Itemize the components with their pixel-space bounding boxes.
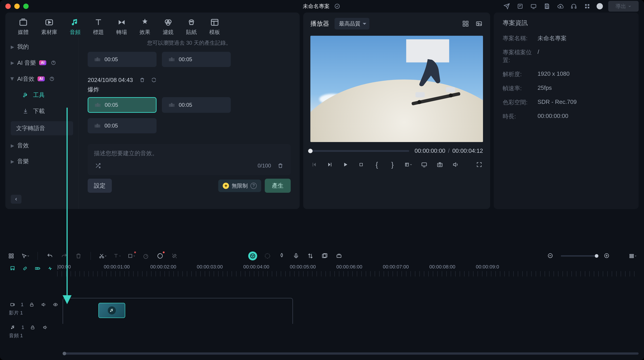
- mark-in-icon[interactable]: {: [373, 161, 380, 169]
- audio-clip-chip-selected[interactable]: ııllıı 00:05: [88, 97, 156, 113]
- audio-track-lane[interactable]: [62, 324, 639, 351]
- video-track-lane[interactable]: [62, 297, 639, 324]
- settings-button[interactable]: 設定: [88, 179, 112, 193]
- play-next-icon[interactable]: [326, 161, 334, 169]
- help-icon[interactable]: [50, 59, 58, 67]
- sidebar-item-sfx[interactable]: ▶ 音效: [5, 138, 78, 153]
- audio-clip-chip[interactable]: ııllıı 00:05: [162, 97, 231, 113]
- crop-tool-icon[interactable]: [128, 252, 136, 260]
- preview-viewport[interactable]: [310, 36, 483, 142]
- close-window-icon[interactable]: [5, 3, 11, 9]
- snapshot-icon[interactable]: [475, 20, 483, 28]
- lock-icon[interactable]: [28, 323, 37, 331]
- regenerate-icon[interactable]: [150, 76, 158, 84]
- zoom-slider[interactable]: [561, 255, 596, 257]
- send-icon[interactable]: [503, 2, 511, 10]
- auto-enhance-icon[interactable]: [264, 252, 272, 260]
- clear-prompt-icon[interactable]: [276, 162, 284, 170]
- quality-dropdown[interactable]: 最高品質: [334, 18, 370, 29]
- cut-icon[interactable]: [99, 252, 107, 260]
- speed-icon[interactable]: [142, 252, 150, 260]
- lock-icon[interactable]: [28, 301, 35, 309]
- ai-assistant-button[interactable]: [248, 251, 257, 260]
- tab-templates[interactable]: 模板: [209, 18, 220, 36]
- magnet-icon[interactable]: [8, 264, 16, 272]
- audio-clip-on-track[interactable]: [98, 303, 125, 318]
- fullscreen-icon[interactable]: [476, 161, 483, 169]
- play-icon[interactable]: [342, 161, 349, 169]
- zoom-out-icon[interactable]: [546, 252, 554, 260]
- history-icon[interactable]: [516, 2, 524, 10]
- audio-clip-chip[interactable]: ııllıı 00:05: [88, 118, 156, 133]
- tab-transitions[interactable]: 轉場: [116, 18, 127, 36]
- timeline-horizontal-scrollbar[interactable]: [62, 353, 639, 355]
- headphones-icon[interactable]: [570, 2, 578, 10]
- avatar[interactable]: [596, 3, 603, 9]
- shuffle-icon[interactable]: [94, 162, 102, 170]
- voiceover-icon[interactable]: [292, 252, 300, 260]
- zoom-in-icon[interactable]: [603, 252, 611, 260]
- marker-icon[interactable]: [278, 252, 286, 260]
- auto-ripple-icon[interactable]: [46, 264, 54, 272]
- tab-stickers[interactable]: 貼紙: [186, 18, 197, 36]
- mute-track-icon[interactable]: [40, 301, 47, 309]
- pointer-tool-icon[interactable]: [22, 252, 30, 260]
- cloud-upload-icon[interactable]: [556, 2, 564, 10]
- track-options-icon[interactable]: [629, 252, 637, 260]
- prompt-input[interactable]: 描述您想要建立的音效。: [94, 149, 284, 157]
- help-icon[interactable]: [48, 75, 56, 83]
- help-icon[interactable]: ?: [250, 183, 257, 189]
- tab-stock[interactable]: 素材庫: [41, 18, 57, 36]
- sidebar-item-ai-sfx[interactable]: ▶ AI音效 AI: [5, 71, 78, 86]
- display-icon[interactable]: [530, 2, 538, 10]
- link-icon[interactable]: [21, 264, 29, 272]
- time-ruler[interactable]: |00:00 00:00:01:00 00:00:02:00 00:00:03:…: [57, 263, 639, 277]
- prev-frame-icon[interactable]: [310, 161, 318, 169]
- text-tool-icon[interactable]: [113, 252, 121, 260]
- audio-clip-chip[interactable]: ııllıı 00:05: [162, 52, 231, 67]
- export-button[interactable]: 導出: [608, 1, 639, 12]
- crop-ratio-icon[interactable]: [404, 161, 412, 169]
- scrub-track[interactable]: [310, 150, 409, 152]
- audio-clip-chip[interactable]: ııllıı 00:05: [88, 52, 156, 67]
- tab-effects[interactable]: 效果: [140, 18, 150, 36]
- sidebar-item-ai-music[interactable]: ▶ AI 音樂 AI: [5, 55, 78, 70]
- delete-generation-icon[interactable]: [138, 76, 146, 84]
- collapse-sidebar-button[interactable]: [11, 195, 22, 204]
- sidebar-item-mine[interactable]: ▶ 我的: [5, 39, 78, 54]
- scrub-handle[interactable]: [308, 149, 312, 153]
- unlink-icon[interactable]: [170, 252, 178, 260]
- svg-point-27: [478, 23, 479, 24]
- monitor-out-icon[interactable]: [420, 161, 428, 169]
- tab-titles[interactable]: 標題: [93, 18, 104, 36]
- keyframe-icon[interactable]: [335, 252, 343, 260]
- add-media-icon[interactable]: [321, 252, 329, 260]
- generate-button[interactable]: 產生: [265, 179, 291, 193]
- mute-track-icon[interactable]: [41, 323, 49, 331]
- color-tool-icon[interactable]: [156, 252, 164, 260]
- stop-icon[interactable]: [357, 161, 365, 169]
- undo-icon[interactable]: [46, 252, 54, 260]
- save-icon[interactable]: [543, 2, 551, 10]
- tab-audio[interactable]: 音頻: [70, 18, 80, 36]
- sidebar-item-music[interactable]: ▶ 音樂: [5, 154, 78, 169]
- mark-out-icon[interactable]: }: [389, 161, 396, 169]
- audio-mixer-icon[interactable]: [306, 252, 314, 260]
- select-tool-icon[interactable]: [7, 252, 15, 260]
- delete-icon[interactable]: [74, 252, 82, 260]
- redo-icon[interactable]: [60, 252, 68, 260]
- camera-icon[interactable]: [436, 161, 444, 169]
- tab-filters[interactable]: 濾鏡: [163, 18, 174, 36]
- minimize-window-icon[interactable]: [14, 3, 20, 9]
- volume-icon[interactable]: [452, 161, 459, 169]
- apps-grid-icon[interactable]: [583, 2, 591, 10]
- visibility-icon[interactable]: [52, 301, 59, 309]
- sidebar-sub-download[interactable]: 下載: [5, 103, 78, 119]
- sidebar-item-tts[interactable]: 文字轉語音: [11, 121, 73, 135]
- sidebar-sub-tool[interactable]: 工具: [5, 87, 78, 103]
- grid-layout-icon[interactable]: [462, 20, 470, 28]
- maximize-window-icon[interactable]: [23, 3, 28, 9]
- ripple-icon[interactable]: [34, 264, 42, 272]
- tab-media[interactable]: 媒體: [18, 18, 28, 36]
- unlimited-pill[interactable]: ✦ 無限制 ?: [218, 180, 261, 192]
